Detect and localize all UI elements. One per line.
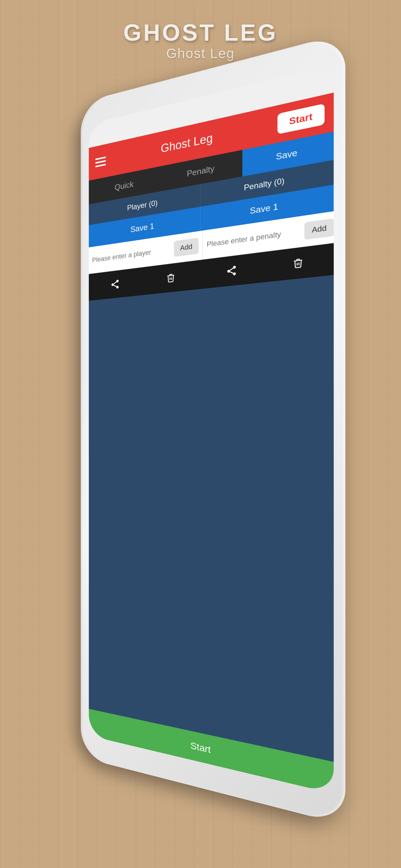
main-content-area xyxy=(89,275,334,762)
phone-screen: Ghost Leg Start Quick Penalty Save xyxy=(89,64,334,794)
phone-wrapper: Ghost Leg Start Quick Penalty Save xyxy=(55,71,346,807)
phone-mockup: Ghost Leg Start Quick Penalty Save xyxy=(81,33,345,825)
penalty-input[interactable] xyxy=(207,227,302,249)
svg-point-7 xyxy=(233,272,236,275)
trash-icon-2 xyxy=(292,257,304,270)
share-icon xyxy=(111,279,120,290)
app-content: Ghost Leg Start Quick Penalty Save xyxy=(89,93,334,794)
page-title-area: GHOST LEG Ghost Leg xyxy=(123,20,278,61)
share-icon-2 xyxy=(226,265,237,277)
start-button-header[interactable]: Start xyxy=(278,103,325,134)
svg-point-5 xyxy=(233,266,236,269)
trash-icon xyxy=(166,272,175,284)
svg-line-8 xyxy=(230,271,233,274)
svg-line-3 xyxy=(114,285,116,287)
add-player-button[interactable]: Add xyxy=(174,237,198,257)
hamburger-menu-icon[interactable] xyxy=(95,156,105,167)
svg-point-6 xyxy=(227,270,230,273)
page-title-main: GHOST LEG xyxy=(123,20,278,46)
bottom-start-label: Start xyxy=(190,740,211,755)
add-penalty-button[interactable]: Add xyxy=(305,218,334,240)
svg-point-1 xyxy=(112,283,114,286)
svg-line-4 xyxy=(114,282,116,284)
svg-point-0 xyxy=(116,280,119,283)
player-input[interactable] xyxy=(92,245,172,264)
svg-point-2 xyxy=(116,286,119,289)
svg-line-9 xyxy=(230,268,233,270)
